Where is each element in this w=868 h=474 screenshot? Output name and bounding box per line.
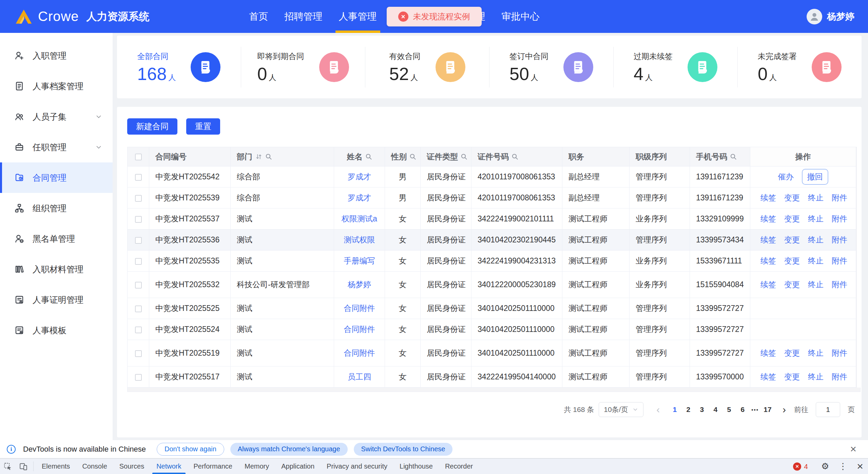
employee-name-link[interactable]: 合同附件 — [344, 304, 375, 313]
page-number-4[interactable]: 4 — [709, 403, 722, 416]
infobar-button-2[interactable]: Switch DevTools to Chinese — [354, 443, 453, 456]
action-link[interactable]: 附件 — [832, 193, 847, 203]
action-link[interactable]: 终止 — [808, 348, 824, 358]
row-checkbox[interactable] — [135, 350, 142, 357]
employee-name-link[interactable]: 手册编写 — [344, 256, 375, 265]
table-horizontal-scrollbar[interactable] — [127, 388, 861, 392]
action-link[interactable]: 附件 — [832, 372, 847, 382]
prev-page-button[interactable]: ‹ — [653, 404, 663, 415]
action-link[interactable]: 催办 — [778, 172, 794, 182]
devtools-tab-elements[interactable]: Elements — [36, 459, 76, 474]
reset-button[interactable]: 重置 — [186, 118, 220, 135]
stat-card-0[interactable]: 全部合同 168人 — [117, 47, 241, 87]
sidebar-item-certificate-doc[interactable]: 人事证明管理 — [0, 284, 113, 315]
page-number-1[interactable]: 1 — [668, 403, 681, 416]
action-link[interactable]: 变更 — [784, 235, 800, 245]
stat-card-3[interactable]: 签订中合同 50人 — [489, 47, 613, 87]
infobar-button-0[interactable]: Don't show again — [157, 443, 224, 456]
page-number-3[interactable]: 3 — [695, 403, 709, 416]
row-checkbox[interactable] — [135, 327, 142, 333]
stat-card-2[interactable]: 有效合同 52人 — [365, 47, 489, 87]
nav-item-0[interactable]: 首页 — [241, 0, 276, 33]
action-link[interactable]: 续签 — [760, 214, 776, 224]
action-link[interactable]: 终止 — [808, 193, 824, 203]
action-link[interactable]: 续签 — [760, 279, 776, 290]
search-icon[interactable] — [265, 153, 272, 160]
action-link[interactable]: 变更 — [784, 279, 800, 290]
action-link[interactable]: 终止 — [808, 256, 824, 266]
devtools-tab-console[interactable]: Console — [76, 459, 113, 474]
action-link[interactable]: 变更 — [784, 348, 800, 358]
infobar-button-1[interactable]: Always match Chrome's language — [230, 443, 348, 456]
error-badge[interactable]: × 4 — [789, 462, 812, 471]
action-link[interactable]: 续签 — [760, 256, 776, 266]
row-checkbox[interactable] — [135, 305, 142, 312]
sidebar-item-file[interactable]: 人事档案管理 — [0, 71, 113, 101]
row-checkbox[interactable] — [135, 174, 142, 181]
sidebar-item-briefcase[interactable]: 任职管理 — [0, 132, 113, 162]
page-number-2[interactable]: 2 — [681, 403, 695, 416]
devtools-close-icon[interactable]: × — [852, 460, 868, 473]
sidebar-item-template-doc[interactable]: 人事模板 — [0, 315, 113, 345]
user-menu[interactable]: 杨梦婷 — [807, 9, 868, 24]
row-checkbox[interactable] — [135, 258, 142, 265]
action-link[interactable]: 变更 — [784, 256, 800, 266]
action-link[interactable]: 续签 — [760, 193, 776, 203]
employee-name-link[interactable]: 杨梦婷 — [348, 280, 371, 289]
more-options-icon[interactable]: ⋮ — [834, 461, 852, 472]
action-link[interactable]: 终止 — [808, 372, 824, 382]
devtools-tab-performance[interactable]: Performance — [188, 459, 239, 474]
action-link[interactable]: 终止 — [808, 235, 824, 245]
stat-card-5[interactable]: 未完成签署 0人 — [737, 47, 862, 87]
sidebar-item-person-add[interactable]: 入职管理 — [0, 40, 113, 71]
action-link[interactable]: 终止 — [808, 279, 824, 290]
employee-name-link[interactable]: 权限测试a — [342, 214, 377, 223]
more-pages-icon[interactable]: ••• — [749, 407, 761, 413]
sidebar-item-org-chart[interactable]: 组织管理 — [0, 193, 113, 223]
goto-page-input[interactable] — [816, 402, 840, 417]
stat-card-1[interactable]: 即将到期合同 0人 — [241, 47, 365, 87]
action-link[interactable]: 附件 — [832, 348, 847, 358]
action-link[interactable]: 附件 — [832, 279, 847, 290]
row-checkbox[interactable] — [135, 237, 142, 244]
action-link[interactable]: 附件 — [832, 214, 847, 224]
action-link[interactable]: 变更 — [784, 193, 800, 203]
devtools-tab-application[interactable]: Application — [275, 459, 321, 474]
employee-name-link[interactable]: 合同附件 — [344, 325, 375, 334]
devtools-tab-sources[interactable]: Sources — [113, 459, 150, 474]
page-size-select[interactable]: 10条/页 — [599, 402, 643, 417]
action-link[interactable]: 撤回 — [802, 169, 828, 185]
sidebar-item-blacklist-person[interactable]: 黑名单管理 — [0, 223, 113, 254]
inspect-element-icon[interactable] — [0, 459, 16, 474]
employee-name-link[interactable]: 罗成才 — [348, 172, 371, 181]
new-contract-button[interactable]: 新建合同 — [127, 118, 177, 135]
nav-item-1[interactable]: 招聘管理 — [276, 0, 331, 33]
action-link[interactable]: 附件 — [832, 235, 847, 245]
employee-name-link[interactable]: 合同附件 — [344, 349, 375, 357]
nav-item-5[interactable]: 审批中心 — [494, 0, 548, 33]
page-number-6[interactable]: 6 — [736, 403, 749, 416]
settings-gear-icon[interactable]: ⚙ — [816, 461, 834, 472]
row-checkbox[interactable] — [135, 216, 142, 223]
nav-item-2[interactable]: 人事管理 — [331, 0, 385, 33]
row-checkbox[interactable] — [135, 282, 142, 289]
sort-icon[interactable] — [255, 153, 263, 160]
employee-name-link[interactable]: 测试权限 — [344, 235, 375, 244]
sidebar-item-users[interactable]: 人员子集 — [0, 101, 113, 132]
devtools-tab-recorder[interactable]: Recorder — [439, 459, 479, 474]
employee-name-link[interactable]: 员工四 — [348, 372, 371, 381]
action-link[interactable]: 续签 — [760, 348, 776, 358]
action-link[interactable]: 附件 — [832, 256, 847, 266]
search-icon[interactable] — [461, 153, 467, 160]
table-vertical-scrollbar[interactable] — [856, 147, 857, 388]
search-icon[interactable] — [365, 153, 372, 160]
row-checkbox[interactable] — [135, 195, 142, 202]
sidebar-item-contract-folder[interactable]: 合同管理 — [0, 162, 113, 193]
search-icon[interactable] — [409, 153, 416, 160]
search-icon[interactable] — [512, 153, 518, 160]
devtools-tab-privacy-and-security[interactable]: Privacy and security — [321, 459, 393, 474]
page-number-5[interactable]: 5 — [722, 403, 736, 416]
sidebar-item-materials-books[interactable]: 入职材料管理 — [0, 254, 113, 284]
devtools-tab-memory[interactable]: Memory — [238, 459, 275, 474]
action-link[interactable]: 终止 — [808, 214, 824, 224]
